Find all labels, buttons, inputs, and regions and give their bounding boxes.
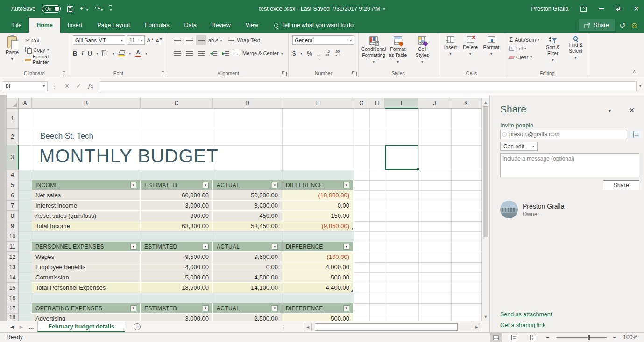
enter-entry-icon[interactable]: ✓ [76,83,81,90]
pane-options-dropdown-icon[interactable]: ▾ [609,108,611,113]
wrap-text-button[interactable]: Wrap Text [227,35,261,45]
budget-total-value[interactable]: 18,500.00 [141,283,213,293]
filter-dropdown-icon[interactable]: ▾ [343,182,349,188]
feedback-smiley-icon[interactable]: ☺ [630,21,638,29]
row-header-2[interactable]: 2 [7,129,19,145]
restore-button[interactable] [616,7,621,11]
row-header-17[interactable]: 17 [7,303,19,314]
filter-dropdown-icon[interactable]: ▾ [203,305,209,311]
budget-value-cell[interactable]: 3,000.00 [213,201,282,211]
align-right-button[interactable] [196,49,206,58]
next-sheet-icon[interactable]: ▶ [20,324,23,329]
find-select-button[interactable]: Find & Select▾ [565,35,586,70]
scroll-right-icon[interactable]: ▶ [473,323,481,331]
budget-total-value[interactable]: (9,850.00) [282,221,354,231]
number-dialog-launcher[interactable] [353,72,357,76]
font-color-button[interactable]: A [135,50,141,57]
page-break-view-button[interactable] [527,333,539,342]
budget-value-cell[interactable]: 5,000.00 [141,272,213,283]
fill-handle[interactable] [417,168,419,171]
close-button[interactable]: ✕ [633,5,639,13]
save-icon[interactable] [67,6,73,12]
invite-email-input[interactable] [500,130,627,139]
share-ribbon-button[interactable]: Share [579,19,615,31]
budget-row-label[interactable]: Net sales [32,190,141,201]
top-align-button[interactable] [172,35,182,45]
underline-button[interactable]: U [88,50,92,57]
filter-dropdown-icon[interactable]: ▾ [343,244,349,250]
column-header-C[interactable]: C [141,98,213,109]
activity-history-icon[interactable]: ↺ [619,21,625,30]
filter-dropdown-icon[interactable]: ▾ [130,182,136,188]
table-header-cell[interactable]: ACTUAL▾ [213,242,282,252]
budget-value-cell[interactable]: 3,000.00 [141,201,213,211]
row-header-1[interactable]: 1 [7,109,19,129]
filter-dropdown-icon[interactable]: ▾ [272,182,278,188]
middle-align-button[interactable] [184,35,194,45]
filter-dropdown-icon[interactable]: ▾ [203,244,209,250]
sheet-title-cell[interactable]: MONTHLY BUDGET [39,146,319,168]
decrease-decimal-button[interactable]: .00→.0 [334,50,340,56]
budget-row-label[interactable]: Commission [32,272,141,283]
row-header-16[interactable]: 16 [7,293,19,303]
row-header-4[interactable]: 4 [7,170,19,180]
budget-value-cell[interactable]: 4,500.00 [213,272,282,283]
budget-value-cell[interactable]: 500.00 [282,314,354,321]
filter-dropdown-icon[interactable]: ▾ [343,305,349,311]
prev-sheet-icon[interactable]: ◀ [10,324,14,329]
format-cells-button[interactable]: Format▾ [481,35,502,70]
table-header-cell[interactable]: PERSONNEL EXPENSES▾ [32,242,141,252]
filter-dropdown-icon[interactable]: ▾ [203,182,209,188]
font-dialog-launcher[interactable] [162,72,166,76]
row-header-12[interactable]: 12 [7,252,19,262]
zoom-out-button[interactable]: − [546,334,550,341]
filter-dropdown-icon[interactable]: ▾ [272,305,278,311]
signed-in-user[interactable]: Preston Gralla [531,6,569,12]
row-header-8[interactable]: 8 [7,211,19,221]
vertical-scrollbar[interactable]: ▲▼ [481,98,489,321]
cancel-entry-icon[interactable]: ✕ [64,83,70,90]
ribbon-tab-home[interactable]: Home [29,18,60,33]
orientation-button[interactable]: ab↗ [208,37,218,43]
autosum-button[interactable]: Σ AutoSum▾ [508,36,540,43]
more-sheets-button[interactable]: ... [28,323,34,330]
table-header-cell[interactable]: ESTIMATED▾ [141,242,213,252]
budget-value-cell[interactable]: 500.00 [282,272,354,283]
budget-row-label[interactable]: Asset sales (gain/loss) [32,211,141,221]
clear-button[interactable]: Clear▾ [508,54,540,61]
insert-cells-button[interactable]: ← Insert▾ [441,35,460,70]
budget-row-label[interactable]: Wages [32,252,141,262]
column-header-A[interactable]: A [19,98,32,109]
column-header-B[interactable]: B [32,98,141,109]
vertical-scroll-thumb[interactable] [483,106,488,237]
send-as-attachment-link[interactable]: Send as attachment [500,311,552,318]
budget-total-value[interactable]: 53,450.00 [213,221,282,231]
conditional-formatting-button[interactable]: ≠ Conditional Formatting▾ [361,35,386,70]
delete-cells-button[interactable]: ✕ Delete▾ [460,35,481,70]
row-header-13[interactable]: 13 [7,262,19,272]
row-header-5[interactable]: 5 [7,180,19,190]
ribbon-tab-file[interactable]: File [5,18,29,33]
normal-view-button[interactable] [490,333,502,342]
zoom-slider-thumb[interactable] [588,335,590,340]
budget-value-cell[interactable]: 2,500.00 [213,314,282,321]
column-header-G[interactable]: G [354,98,369,109]
cut-button[interactable]: ✂ Cut [24,37,66,44]
permission-dropdown[interactable]: Can edit ▾ [500,142,538,151]
name-box[interactable]: I3 ▾ [3,81,48,91]
ribbon-display-options-icon[interactable] [580,7,587,12]
cell-styles-button[interactable]: Cell Styles▾ [410,35,434,70]
budget-value-cell[interactable]: 9,500.00 [141,252,213,262]
ribbon-tab-review[interactable]: Review [204,18,238,33]
row-header-15[interactable]: 15 [7,283,19,293]
grow-font-button[interactable]: A▲ [147,37,154,44]
undo-button[interactable]: ↶▾ [80,5,88,13]
scroll-down-icon[interactable]: ▼ [483,314,488,319]
address-book-icon[interactable] [631,131,639,138]
merge-center-button[interactable]: ↔ Merge & Center▾ [233,48,284,58]
budget-value-cell[interactable]: 60,000.00 [141,190,213,201]
table-header-cell[interactable]: INCOME▾ [32,180,141,190]
horizontal-scroll-thumb[interactable] [315,323,458,331]
row-header-18[interactable]: 18 [7,314,19,321]
budget-total-label[interactable]: Total Personnel Expenses [32,283,141,293]
